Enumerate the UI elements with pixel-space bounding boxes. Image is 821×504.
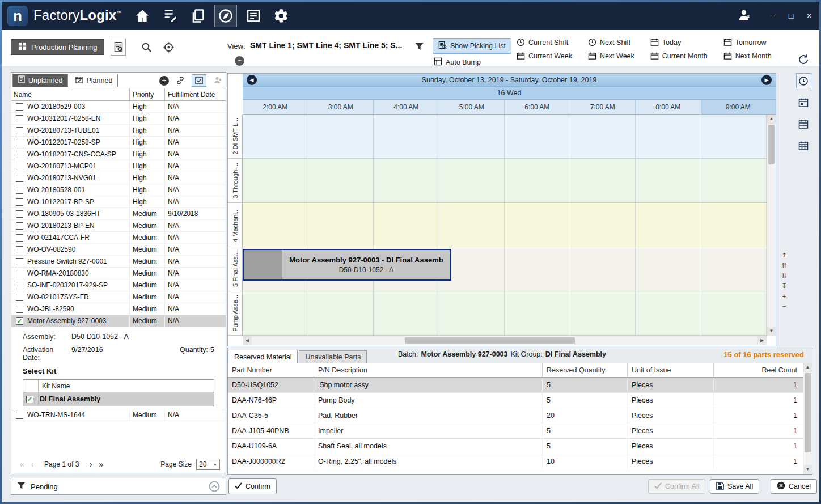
scheduler-vertical-scrollbar[interactable]: ▲ ▼ xyxy=(767,115,776,336)
workorder-row[interactable]: WO-20180713-TUBE01HighN/A xyxy=(11,125,226,137)
range-button-current-week[interactable]: Current Week xyxy=(517,52,572,60)
scrollbar-track[interactable] xyxy=(803,372,812,465)
workorder-checkbox[interactable] xyxy=(16,115,23,122)
confirm-all-button[interactable]: Confirm All xyxy=(648,479,705,494)
workorder-row[interactable]: WO-20180713-NVG01HighN/A xyxy=(11,172,226,184)
workorder-row[interactable]: Pressure Switch 927-0001MediumN/A xyxy=(11,256,226,268)
workorder-checkbox[interactable] xyxy=(16,270,23,277)
part-row[interactable]: DAA-N76-46PPump Body5Pieces1 xyxy=(228,393,812,408)
scheduler-cell[interactable] xyxy=(243,203,308,247)
scroll-up-button[interactable]: ▲ xyxy=(767,115,776,124)
scheduler-cell[interactable] xyxy=(308,115,374,158)
day-view-button[interactable] xyxy=(796,95,811,110)
range-button-next-week[interactable]: Next Week xyxy=(588,52,634,60)
scheduler-cell[interactable] xyxy=(570,291,636,335)
column-header-fulfillment-date[interactable]: Fulfillment Date xyxy=(164,88,226,100)
scheduler-cell[interactable] xyxy=(439,159,505,202)
scheduler-cell[interactable] xyxy=(374,203,439,247)
workorder-checkbox[interactable] xyxy=(16,103,23,111)
month-view-button[interactable] xyxy=(796,138,811,153)
next-page-button[interactable]: › xyxy=(86,460,96,469)
scrollbar-thumb[interactable] xyxy=(405,337,575,344)
workorder-row[interactable]: WO-OV-082590MediumN/A xyxy=(11,244,226,256)
workorder-checkbox[interactable] xyxy=(16,187,23,194)
scroll-up-button[interactable]: ▲ xyxy=(803,363,812,372)
scheduler-cell[interactable] xyxy=(374,159,439,202)
locate-icon[interactable] xyxy=(163,42,174,55)
nav-work-instructions-button[interactable] xyxy=(159,5,181,27)
scheduled-event[interactable]: Motor Assembly 927-0003 - DI Final Assem… xyxy=(243,249,451,281)
workorder-checkbox[interactable] xyxy=(16,412,23,419)
previous-page-button[interactable]: ‹ xyxy=(27,460,37,469)
rows-down-icon[interactable]: ⇊ xyxy=(781,272,786,280)
workorder-row[interactable]: WO-10312017-0258-ENHighN/A xyxy=(11,113,226,125)
scrollbar-track[interactable] xyxy=(767,124,776,327)
parts-vertical-scrollbar[interactable]: ▲ ▼ xyxy=(803,363,812,474)
production-planning-button[interactable]: Production Planning xyxy=(11,39,104,55)
workorder-row[interactable]: WO-20180528-001HighN/A xyxy=(11,184,226,196)
range-button-next-shift[interactable]: Next Shift xyxy=(588,38,634,46)
scroll-down-button[interactable]: ▼ xyxy=(803,465,812,474)
tab-reserved-material[interactable]: Reserved Material xyxy=(228,350,298,363)
collapse-rows-icon[interactable]: ↥ xyxy=(781,251,786,260)
part-row[interactable]: DAA-J000000R2O-Ring, 2.25", all models10… xyxy=(228,454,812,469)
workorder-row[interactable]: WO-20180529-003HighN/A xyxy=(11,101,226,113)
scheduler-cell[interactable] xyxy=(636,247,701,291)
show-picking-list-button[interactable]: Show Picking List xyxy=(433,38,511,54)
scheduler-cell[interactable] xyxy=(701,115,767,158)
tab-unavailable-parts[interactable]: Unavailable Parts xyxy=(299,350,367,363)
column-header-unit-of-issue[interactable]: Unit of Issue xyxy=(628,363,714,377)
workorder-row[interactable]: WO-TRN-MS-1644MediumN/A xyxy=(11,409,226,421)
workorder-row[interactable]: WO-021017SYS-FRMediumN/A xyxy=(11,291,226,303)
part-row[interactable]: D50-USQ1052.5hp motor assy5Pieces1 xyxy=(228,378,812,393)
scheduler-cell[interactable] xyxy=(374,115,439,158)
multi-select-button[interactable] xyxy=(192,74,206,87)
workorder-checkbox[interactable] xyxy=(16,246,23,253)
scheduler-cell[interactable] xyxy=(570,203,636,247)
scheduler-cell[interactable] xyxy=(570,115,636,158)
scheduler-cell[interactable] xyxy=(636,291,701,335)
scheduler-cell[interactable] xyxy=(439,291,505,335)
scheduler-cell[interactable] xyxy=(636,159,701,202)
rows-up-icon[interactable]: ⇈ xyxy=(781,261,786,270)
scroll-down-button[interactable]: ▼ xyxy=(767,327,776,336)
release-operator-icon[interactable] xyxy=(213,76,222,85)
scheduler-cell[interactable] xyxy=(308,203,374,247)
maximize-button[interactable]: □ xyxy=(786,11,795,20)
workorder-checkbox[interactable] xyxy=(16,198,23,206)
scheduler-cell[interactable] xyxy=(701,159,767,202)
scheduler-cell[interactable] xyxy=(374,291,439,335)
range-button-tomorrow[interactable]: Tomorrow xyxy=(723,38,772,46)
last-page-button[interactable]: » xyxy=(96,460,106,469)
workorder-checkbox[interactable] xyxy=(16,163,23,170)
scheduler-cell[interactable] xyxy=(701,247,767,291)
scheduler-cell[interactable] xyxy=(505,203,570,247)
scheduler-cell[interactable] xyxy=(243,291,308,335)
scheduler-cell[interactable] xyxy=(570,159,636,202)
tab-unplanned[interactable]: Unplanned xyxy=(12,74,68,87)
scroll-right-button[interactable]: ▶ xyxy=(757,336,767,345)
workorder-checkbox[interactable] xyxy=(16,306,23,313)
column-header-reserved-quantity[interactable]: Reserved Quantity xyxy=(543,363,628,377)
next-week-button[interactable]: ▶ xyxy=(761,75,772,85)
workorder-row[interactable]: WO-JBL-82590MediumN/A xyxy=(11,303,226,315)
scheduler-horizontal-scrollbar[interactable]: ◀ ▶ xyxy=(243,336,767,345)
column-header-part-number[interactable]: Part Number xyxy=(228,363,314,377)
collapse-view-button[interactable]: − xyxy=(235,56,244,66)
workorder-row[interactable]: WO-021417CCA-FRMediumN/A xyxy=(11,232,226,244)
workorder-row[interactable]: WO-10122017-0258-SPHighN/A xyxy=(11,137,226,149)
kit-row[interactable]: ✓DI Final Assembly xyxy=(23,392,214,406)
scheduler-cell[interactable] xyxy=(505,291,570,335)
workorder-checkbox[interactable] xyxy=(16,151,23,158)
workorder-checkbox[interactable] xyxy=(16,210,23,218)
scheduler-cell[interactable] xyxy=(636,115,701,158)
workorder-checkbox[interactable] xyxy=(16,139,23,146)
part-row[interactable]: DAA-U109-6AShaft Seal, all models5Pieces… xyxy=(228,439,812,454)
scheduler-cell[interactable] xyxy=(243,115,308,158)
part-row[interactable]: DAA-J105-40PNBImpeller5Pieces1 xyxy=(228,423,812,439)
scheduler-cell[interactable] xyxy=(439,115,505,158)
workorder-checkbox[interactable]: ✓ xyxy=(16,317,23,325)
column-header-priority[interactable]: Priority xyxy=(129,88,164,100)
zoom-out-icon[interactable]: − xyxy=(782,302,786,311)
workorder-row[interactable]: WO-20180713-MCP01HighN/A xyxy=(11,160,226,172)
